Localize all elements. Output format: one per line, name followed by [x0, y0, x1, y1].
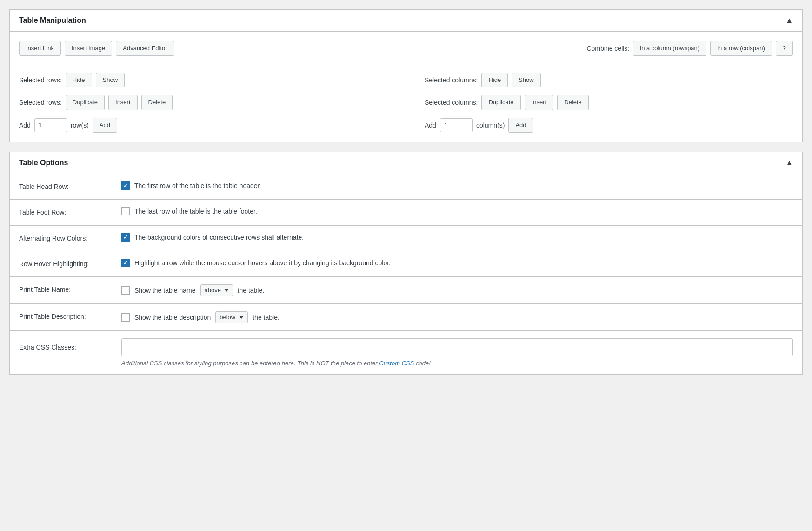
table-options-panel: Table Options ▲ Table Head Row: The firs…: [9, 152, 803, 375]
combine-row-button[interactable]: in a row (colspan): [710, 41, 772, 56]
selected-cols-label-1: Selected columns:: [425, 76, 478, 84]
toggle-manipulation-button[interactable]: ▲: [785, 16, 793, 25]
cols-insert-button[interactable]: Insert: [525, 95, 554, 110]
selected-rows-label-1: Selected rows:: [19, 76, 62, 84]
extra-css-input[interactable]: [121, 338, 793, 356]
print-table-name-after: the table.: [238, 287, 265, 294]
add-cols-input[interactable]: [440, 118, 473, 132]
row-hover-highlighting-label: Row Hover Highlighting:: [19, 259, 121, 269]
table-head-row-description: The first row of the table is the table …: [134, 182, 261, 189]
alternating-row-colors-checkbox[interactable]: [121, 233, 130, 242]
row-hover-highlighting-control: Highlight a row while the mouse cursor h…: [121, 259, 793, 267]
manipulation-body: Insert Link Insert Image Advanced Editor…: [10, 32, 802, 142]
table-foot-row-control: The last row of the table is the table f…: [121, 207, 793, 215]
print-table-description-label: Print Table Description:: [19, 311, 121, 322]
print-table-description-after: the table.: [253, 314, 280, 321]
add-cols-row: Add column(s) Add: [425, 118, 793, 133]
print-table-description-checkbox[interactable]: [121, 313, 130, 322]
rows-hide-button[interactable]: Hide: [66, 73, 92, 87]
combine-column-button[interactable]: in a column (rowspan): [633, 41, 706, 56]
css-hint-text: Additional CSS classes for styling purpo…: [121, 360, 378, 367]
alternating-row-colors-description: The background colors of consecutive row…: [134, 234, 304, 241]
table-foot-row-label: Table Foot Row:: [19, 207, 121, 217]
add-rows-suffix: row(s): [71, 121, 89, 129]
table-foot-row-option: Table Foot Row: The last row of the tabl…: [10, 200, 802, 225]
add-cols-suffix: column(s): [476, 121, 505, 129]
print-table-name-select[interactable]: above below: [200, 284, 233, 296]
top-buttons-group: Insert Link Insert Image Advanced Editor: [19, 41, 174, 56]
selected-cols-label-2: Selected columns:: [425, 99, 478, 106]
table-head-row-option: Table Head Row: The first row of the tab…: [10, 174, 802, 200]
rows-delete-button[interactable]: Delete: [141, 95, 173, 110]
alternating-row-colors-label: Alternating Row Colors:: [19, 233, 121, 243]
cols-duplicate-button[interactable]: Duplicate: [481, 95, 520, 110]
extra-css-classes-option: Extra CSS Classes: Additional CSS classe…: [10, 331, 802, 374]
add-rows-row: Add row(s) Add: [19, 118, 387, 133]
advanced-editor-button[interactable]: Advanced Editor: [116, 41, 174, 56]
css-hint-after: code!: [416, 360, 431, 367]
extra-css-classes-label: Extra CSS Classes:: [19, 338, 121, 352]
table-options-title: Table Options: [19, 159, 68, 167]
selected-rows-hide-show: Selected rows: Hide Show: [19, 73, 387, 87]
table-foot-row-checkbox[interactable]: [121, 207, 130, 215]
selected-cols-dup-ins-del: Selected columns: Duplicate Insert Delet…: [425, 95, 793, 110]
row-hover-highlighting-description: Highlight a row while the mouse cursor h…: [134, 259, 391, 267]
rows-show-button[interactable]: Show: [96, 73, 125, 87]
print-table-description-control: Show the table description above below t…: [121, 311, 793, 323]
alternating-row-colors-option: Alternating Row Colors: The background c…: [10, 226, 802, 251]
combine-cells-label: Combine cells:: [586, 45, 629, 52]
cols-hide-button[interactable]: Hide: [481, 73, 508, 87]
rows-insert-button[interactable]: Insert: [108, 95, 138, 110]
custom-css-link[interactable]: Custom CSS: [379, 360, 414, 367]
print-table-description-option: Print Table Description: Show the table …: [10, 304, 802, 331]
table-manipulation-title: Table Manipulation: [19, 16, 86, 25]
print-table-name-label: Print Table Name:: [19, 284, 121, 295]
add-rows-input[interactable]: [34, 118, 67, 132]
rows-duplicate-button[interactable]: Duplicate: [66, 95, 105, 110]
print-table-description-before: Show the table description: [134, 314, 211, 321]
alternating-row-colors-control: The background colors of consecutive row…: [121, 233, 793, 242]
panel-header-options: Table Options ▲: [10, 152, 802, 174]
cols-delete-button[interactable]: Delete: [557, 95, 589, 110]
table-head-row-checkbox[interactable]: [121, 181, 130, 190]
combine-cells-row: Combine cells: in a column (rowspan) in …: [586, 41, 793, 56]
table-manipulation-panel: Table Manipulation ▲ Insert Link Insert …: [9, 9, 803, 142]
selected-rows-label-2: Selected rows:: [19, 99, 62, 106]
print-table-name-control: Show the table name above below the tabl…: [121, 284, 793, 296]
print-table-description-select[interactable]: above below: [215, 311, 248, 323]
add-rows-prefix: Add: [19, 121, 31, 129]
add-rows-button[interactable]: Add: [93, 118, 117, 133]
print-table-name-option: Print Table Name: Show the table name ab…: [10, 277, 802, 304]
selected-cols-hide-show: Selected columns: Hide Show: [425, 73, 793, 87]
combine-help-button[interactable]: ?: [776, 41, 793, 56]
print-table-name-checkbox[interactable]: [121, 286, 130, 295]
table-head-row-control: The first row of the table is the table …: [121, 181, 793, 190]
extra-css-classes-control: Additional CSS classes for styling purpo…: [121, 338, 793, 367]
table-foot-row-description: The last row of the table is the table f…: [134, 208, 257, 215]
selected-rows-dup-ins-del: Selected rows: Duplicate Insert Delete: [19, 95, 387, 110]
print-table-name-before: Show the table name: [134, 287, 196, 294]
add-cols-button[interactable]: Add: [508, 118, 533, 133]
cols-show-button[interactable]: Show: [512, 73, 541, 87]
extra-css-hint: Additional CSS classes for styling purpo…: [121, 360, 793, 367]
add-cols-prefix: Add: [425, 121, 436, 129]
toggle-options-button[interactable]: ▲: [785, 159, 793, 167]
row-hover-highlighting-option: Row Hover Highlighting: Highlight a row …: [10, 251, 802, 277]
row-hover-highlighting-checkbox[interactable]: [121, 259, 130, 267]
table-head-row-label: Table Head Row:: [19, 181, 121, 192]
panel-header-manipulation: Table Manipulation ▲: [10, 10, 802, 32]
insert-link-button[interactable]: Insert Link: [19, 41, 61, 56]
insert-image-button[interactable]: Insert Image: [65, 41, 112, 56]
